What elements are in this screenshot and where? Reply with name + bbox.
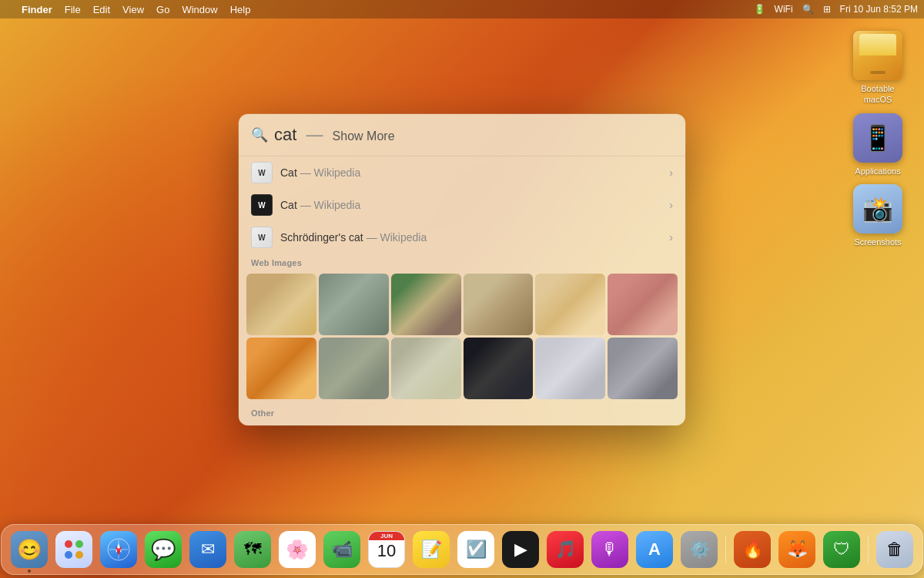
desktop-icon-label: Bootable macOS	[847, 83, 909, 106]
spotlight-show-more-button[interactable]: Show More	[333, 129, 395, 143]
spotlight-search-bar: 🔍 cat — Show More	[239, 114, 685, 156]
finder-menu[interactable]: Finder	[22, 4, 52, 15]
wifi-icon: WiFi	[775, 4, 793, 15]
spotlight-result-1[interactable]: W Cat — Wikipedia ›	[239, 156, 685, 189]
web-images-grid	[239, 271, 685, 405]
svg-point-2	[65, 551, 72, 559]
folder-apps-emoji: 📱	[862, 123, 893, 153]
dock-item-launchpad[interactable]	[54, 529, 94, 570]
cat-image-8[interactable]	[319, 338, 389, 399]
photos-icon: 🌸	[279, 531, 316, 568]
datetime-display[interactable]: Fri 10 Jun 8:52 PM	[840, 4, 918, 15]
cat-image-10[interactable]	[464, 338, 534, 399]
screenshots-folder-icon: 📸	[853, 184, 902, 234]
dock-item-podcasts[interactable]: 🎙	[590, 529, 630, 570]
trash-icon: 🗑	[876, 531, 913, 568]
cat-image-9[interactable]	[391, 338, 461, 399]
folder-screenshots-emoji: 📸	[862, 194, 893, 223]
result-1-arrow-icon: ›	[669, 166, 673, 179]
dock-item-facetime[interactable]: 📹	[322, 529, 362, 570]
menubar-right: 🔋 WiFi 🔍 ⊞ Fri 10 Jun 8:52 PM	[754, 4, 918, 15]
wipr-icon: 🛡	[823, 531, 860, 568]
dock-item-maps[interactable]: 🗺	[233, 529, 273, 570]
dock-separator	[725, 536, 726, 563]
music-icon: 🎵	[547, 531, 584, 568]
cat-image-1[interactable]	[246, 274, 316, 335]
dock-item-system-preferences[interactable]: ⚙️	[679, 529, 719, 570]
menubar: Finder File Edit View Go Window Help 🔋 W…	[0, 0, 924, 18]
desktop-icon-bootable-macos[interactable]: Bootable macOS	[847, 31, 909, 106]
spotlight-query-text: cat	[274, 125, 296, 144]
dock-item-messages[interactable]: 💬	[143, 529, 183, 570]
messages-icon: 💬	[145, 531, 182, 568]
edit-menu[interactable]: Edit	[93, 4, 110, 15]
desktop-icon-applications-label: Applications	[855, 166, 900, 176]
launchpad-icon	[55, 531, 92, 568]
cat-image-3[interactable]	[391, 274, 461, 335]
desktop-icon-screenshots[interactable]: 📸 Screenshots	[847, 184, 909, 247]
spotlight-search-icon: 🔍	[251, 126, 268, 143]
dock-item-appletv[interactable]: ▶	[500, 529, 541, 570]
facetime-icon: 📹	[323, 531, 360, 568]
window-menu[interactable]: Window	[182, 4, 217, 15]
dock-item-music[interactable]: 🎵	[545, 529, 585, 570]
dock-item-photos[interactable]: 🌸	[277, 529, 317, 570]
spotlight-search-field[interactable]: cat — Show More	[274, 125, 673, 145]
applications-folder-icon: 📱	[853, 113, 902, 163]
search-menubar-icon[interactable]: 🔍	[802, 4, 814, 15]
dock: 😊	[1, 524, 923, 575]
dock-item-calendar[interactable]: JUN 10	[367, 529, 407, 570]
cat-image-7[interactable]	[246, 338, 316, 399]
spotlight-result-3[interactable]: W Schrödinger's cat — Wikipedia ›	[239, 221, 685, 254]
web-images-section-label: Web Images	[239, 254, 685, 271]
spotlight-panel: 🔍 cat — Show More W Cat — Wikipedia › W	[239, 114, 685, 425]
dock-item-wipr[interactable]: 🛡	[822, 529, 862, 570]
dock-item-safari[interactable]	[99, 529, 139, 570]
help-menu[interactable]: Help	[230, 4, 251, 15]
control-center-icon[interactable]: ⊞	[823, 4, 831, 15]
go-menu[interactable]: Go	[156, 4, 169, 15]
view-menu[interactable]: View	[122, 4, 144, 15]
hdd-icon	[853, 31, 902, 80]
cat-image-4[interactable]	[464, 274, 534, 335]
dock-item-reminders[interactable]: ☑️	[456, 529, 496, 570]
maps-icon: 🗺	[234, 531, 271, 568]
cat-image-6[interactable]	[608, 274, 678, 335]
svg-point-1	[75, 540, 83, 548]
system-preferences-icon: ⚙️	[681, 531, 718, 568]
dock-container: 😊	[1, 524, 923, 575]
result-icon-schrodinger: W	[251, 227, 273, 248]
result-icon-wiki-color: W	[251, 162, 273, 183]
cat-image-11[interactable]	[535, 338, 605, 399]
cat-image-12[interactable]	[608, 338, 678, 399]
dock-separator-2	[868, 536, 869, 563]
desktop-icons: Bootable macOS 📱 Applications 📸 Screensh…	[847, 31, 909, 247]
desktop-icon-applications[interactable]: 📱 Applications	[847, 113, 909, 176]
file-menu[interactable]: File	[65, 4, 81, 15]
cat-image-5[interactable]	[535, 274, 605, 335]
firefox-icon: 🦊	[778, 531, 815, 568]
dock-item-proxyman[interactable]: 🔥	[732, 529, 772, 570]
notes-icon: 📝	[413, 531, 450, 568]
cat-image-2[interactable]	[319, 274, 389, 335]
dock-item-trash[interactable]: 🗑	[875, 529, 915, 570]
dock-item-notes[interactable]: 📝	[411, 529, 451, 570]
desktop-icon-screenshots-label: Screenshots	[854, 237, 901, 247]
result-2-arrow-icon: ›	[669, 199, 673, 211]
menubar-left: Finder File Edit View Go Window Help	[6, 4, 250, 15]
dock-item-firefox[interactable]: 🦊	[777, 529, 817, 570]
launchpad-svg	[62, 538, 85, 561]
dock-item-mail[interactable]: ✉	[188, 529, 228, 570]
safari-icon	[100, 531, 137, 568]
appletv-icon: ▶	[502, 531, 539, 568]
reminders-icon: ☑️	[457, 531, 494, 568]
dock-item-finder[interactable]: 😊	[9, 529, 49, 570]
finder-icon: 😊	[11, 531, 48, 568]
desktop: Finder File Edit View Go Window Help 🔋 W…	[0, 0, 924, 578]
safari-svg	[106, 537, 131, 562]
spotlight-result-2[interactable]: W Cat — Wikipedia ›	[239, 189, 685, 221]
proxyman-icon: 🔥	[734, 531, 771, 568]
spotlight-divider: —	[306, 125, 323, 144]
dock-item-appstore[interactable]: A	[634, 529, 675, 570]
mail-icon: ✉	[189, 531, 226, 568]
